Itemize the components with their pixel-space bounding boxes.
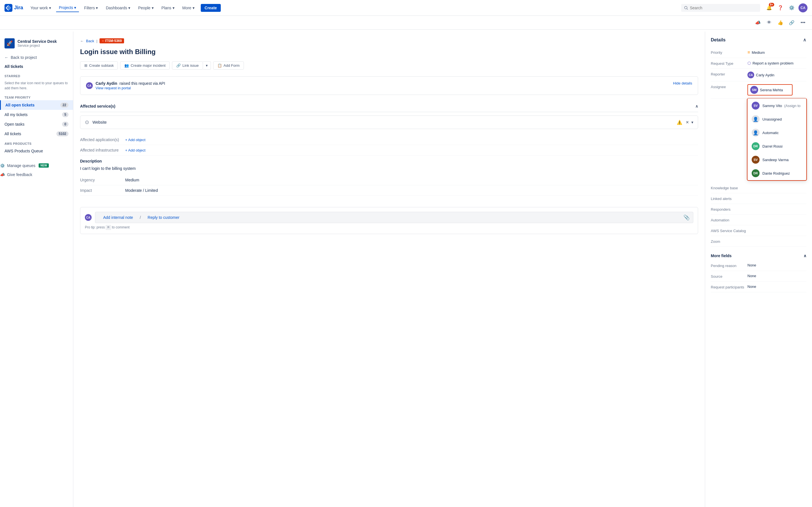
- megaphone-icon[interactable]: 📣: [753, 18, 762, 27]
- view-portal-link[interactable]: View request in portal: [96, 86, 131, 90]
- link-icon: 🔗: [176, 63, 181, 68]
- gear-icon: ⚙️: [0, 163, 5, 168]
- assignee-avatar: SM: [750, 86, 758, 94]
- assignee-option-automatic[interactable]: 👤 Automatic: [748, 126, 806, 139]
- sidebar-item-all-open[interactable]: All open tickets 22: [0, 100, 73, 110]
- nav-people[interactable]: People ▾: [135, 4, 156, 12]
- search-box[interactable]: [681, 4, 760, 12]
- responders-row: Responders: [711, 204, 806, 215]
- nav-logo[interactable]: Jira: [4, 4, 23, 12]
- nav-logo-text: Jira: [14, 5, 23, 11]
- settings-button[interactable]: ⚙️: [787, 3, 796, 12]
- knowledge-base-row: Knowledge base: [711, 182, 806, 193]
- affected-applications-row: Affected application(s) + Add object: [80, 135, 698, 145]
- comment-input-field[interactable]: Add internal note / Reply to customer 📎: [95, 212, 693, 223]
- affected-services-toggle[interactable]: ∧: [695, 104, 698, 108]
- comment-user-avatar: CA: [85, 214, 92, 221]
- back-to-project[interactable]: ← Back to project: [0, 53, 73, 62]
- more-fields-chevron: ∧: [804, 253, 806, 258]
- create-button[interactable]: Create: [201, 4, 221, 12]
- sidebar-item-aws-queue[interactable]: AWS Products Queue: [0, 147, 73, 156]
- aws-catalog-row: AWS Service Catalog: [711, 225, 806, 236]
- reply-to-customer-tab[interactable]: Reply to customer: [143, 213, 184, 223]
- right-panel: Details ∧ Priority ≡ Medium Request Type…: [705, 32, 812, 507]
- affected-infrastructure-row: Affected infrastructure + Add object: [80, 145, 698, 156]
- attachment-icon[interactable]: 📎: [683, 214, 690, 221]
- give-feedback-item[interactable]: 📣 Give feedback: [0, 170, 73, 179]
- help-button[interactable]: ❓: [776, 3, 785, 12]
- pending-reason-row: Pending reason None: [711, 260, 806, 271]
- create-major-incident-button[interactable]: 👥 Create major incident: [120, 61, 170, 69]
- incident-icon: 👥: [124, 63, 129, 68]
- comment-area: CA Add internal note / Reply to customer…: [80, 207, 698, 234]
- issue-title: Login issue with Billing: [80, 48, 698, 56]
- warning-icon: ⚠️: [677, 120, 682, 125]
- user-avatar[interactable]: CA: [799, 3, 808, 12]
- more-options-icon[interactable]: •••: [799, 18, 808, 27]
- notifications-button[interactable]: 🔔 9+: [765, 3, 774, 12]
- requester-avatar: CA: [86, 82, 93, 89]
- service-network-icon: ⊙: [85, 119, 89, 125]
- more-fields-toggle[interactable]: More fields ∧: [711, 251, 806, 260]
- assignee-option-dante[interactable]: DR Dante Rodriguez: [748, 166, 806, 180]
- link-issue-dropdown[interactable]: ▾: [203, 61, 211, 69]
- assignee-row: Assignee SM Serena Mehta: [711, 81, 806, 99]
- thumbsup-icon[interactable]: 👍: [776, 18, 785, 27]
- nav-your-work[interactable]: Your work ▾: [28, 4, 54, 12]
- assignee-dropdown-trigger[interactable]: SM Serena Mehta: [748, 84, 793, 96]
- expand-icon[interactable]: ▾: [691, 120, 693, 124]
- create-subtask-button[interactable]: ⊞ Create subtask: [80, 61, 118, 69]
- comment-tip: Pro tip: press M to comment: [85, 225, 693, 229]
- add-app-button[interactable]: + Add object: [125, 138, 698, 142]
- impact-row: Impact Moderate / Limited: [80, 185, 698, 196]
- automation-row: Automation: [711, 215, 806, 225]
- request-info: CA Carly Aydin raised this request via A…: [80, 76, 698, 95]
- add-form-button[interactable]: 📋 Add Form: [213, 61, 244, 69]
- starred-section: STARRED: [0, 71, 73, 79]
- nav-plans[interactable]: Plans ▾: [159, 4, 177, 12]
- sidebar-project: 🚀 Central Service Desk Service project: [0, 36, 73, 53]
- action-buttons: ⊞ Create subtask 👥 Create major incident…: [80, 61, 698, 69]
- assignee-option-darrel[interactable]: DR Darrel Rossi: [748, 139, 806, 153]
- request-participants-row: Request participants None: [711, 282, 806, 292]
- share-icon[interactable]: 🔗: [787, 18, 796, 27]
- unlink-icon[interactable]: ✕: [686, 120, 689, 124]
- form-icon: 📋: [217, 63, 222, 68]
- nav-more[interactable]: More ▾: [180, 4, 197, 12]
- sidebar-item-my-tickets[interactable]: All my tickets 5: [0, 110, 73, 119]
- service-item-website: ⊙ Website ⚠️ ✕ ▾: [80, 115, 698, 129]
- search-input[interactable]: [690, 6, 757, 10]
- aws-products-section: AWS PRODUCTS: [0, 138, 73, 147]
- search-icon: [684, 6, 688, 10]
- hide-details-button[interactable]: Hide details: [673, 81, 692, 86]
- back-link[interactable]: Back: [86, 39, 94, 43]
- manage-queues-item[interactable]: ⚙️ Manage queues NEW: [0, 161, 73, 170]
- zoom-row: Zoom: [711, 236, 806, 247]
- add-infra-button[interactable]: + Add object: [125, 148, 698, 152]
- nav-dashboards[interactable]: Dashboards ▾: [103, 4, 133, 12]
- request-type-icon: ⬡: [748, 61, 751, 65]
- assignee-option-unassigned[interactable]: 👤 Unassigned: [748, 112, 806, 126]
- link-issue-button[interactable]: 🔗 Link issue: [172, 61, 203, 69]
- toolbar-row: 📣 👁 👍 🔗 •••: [0, 16, 812, 30]
- add-internal-note-tab[interactable]: Add internal note: [99, 213, 138, 223]
- nav-filters[interactable]: Filters ▾: [81, 4, 101, 12]
- back-arrow-icon: ←: [4, 55, 8, 60]
- assignee-option-sammy[interactable]: SV Sammy Vito (Assign to: [748, 99, 806, 112]
- collapse-icon[interactable]: ∧: [803, 37, 806, 43]
- nav-projects[interactable]: Projects ▾: [56, 4, 79, 12]
- urgency-row: Urgency Medium: [80, 175, 698, 185]
- source-row: Source None: [711, 271, 806, 282]
- top-nav: Jira Your work ▾ Projects ▾ Filters ▾ Da…: [0, 0, 812, 16]
- request-type-row: Request Type ⬡ Report a system problem: [711, 58, 806, 69]
- feedback-icon: 📣: [0, 172, 5, 177]
- sidebar-item-all-tickets[interactable]: All tickets 5102: [0, 129, 73, 138]
- reporter-avatar: CA: [748, 71, 754, 78]
- assignee-option-sandeep[interactable]: SV Sandeep Varma: [748, 153, 806, 166]
- nav-icons: 🔔 9+ ❓ ⚙️ CA: [765, 3, 808, 12]
- all-tickets-label: All tickets: [0, 62, 73, 71]
- sidebar-item-open-tasks[interactable]: Open tasks 0: [0, 119, 73, 129]
- watch-icon[interactable]: 👁: [765, 18, 774, 27]
- details-panel-title: Details ∧: [711, 37, 806, 43]
- description-text: I can't login to the billing system: [80, 166, 698, 172]
